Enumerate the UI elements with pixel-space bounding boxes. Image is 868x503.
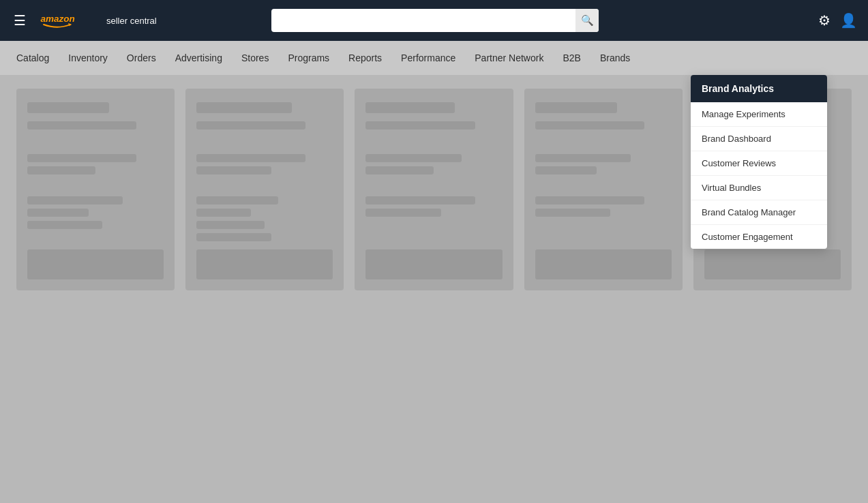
logo[interactable]: amazon seller central <box>40 8 157 33</box>
skel-line <box>196 154 305 162</box>
card-group-2 <box>196 196 333 241</box>
skel-subtitle <box>365 121 475 129</box>
svg-text:amazon: amazon <box>41 14 75 24</box>
card-action-button[interactable] <box>27 249 164 279</box>
skel-subtitle <box>535 121 644 129</box>
brands-dropdown-menu: Brand Analytics Manage Experiments Brand… <box>691 75 827 249</box>
dropdown-item-virtual-bundles[interactable]: Virtual Bundles <box>691 176 827 200</box>
top-navigation: ☰ amazon seller central 🔍 ⚙ 👤 <box>0 0 868 41</box>
search-button[interactable]: 🔍 <box>575 9 599 32</box>
nav-item-performance[interactable]: Performance <box>401 50 455 66</box>
skel-title <box>196 102 292 113</box>
card-group-2 <box>27 196 164 229</box>
amazon-logo-svg: amazon <box>40 8 101 33</box>
skel-title <box>365 102 454 113</box>
skel-line <box>196 233 271 241</box>
logo-text: seller central <box>106 16 157 26</box>
dropdown-item-brand-catalog-manager[interactable]: Brand Catalog Manager <box>691 200 827 225</box>
card-1 <box>16 89 175 290</box>
dropdown-header-brand-analytics[interactable]: Brand Analytics <box>691 75 827 102</box>
skel-line <box>27 196 123 204</box>
user-icon[interactable]: 👤 <box>840 12 857 29</box>
skel-line <box>535 154 631 162</box>
skel-line <box>365 209 440 217</box>
search-input[interactable] <box>271 9 599 32</box>
card-group-1 <box>27 154 164 174</box>
skel-line <box>196 196 278 204</box>
skel-title <box>535 102 617 113</box>
skel-subtitle <box>196 121 305 129</box>
nav-item-catalog[interactable]: Catalog <box>16 50 49 66</box>
card-2 <box>185 89 344 290</box>
nav-item-programs[interactable]: Programs <box>288 50 329 66</box>
skel-subtitle <box>27 121 136 129</box>
nav-item-brands[interactable]: Brands <box>600 50 630 66</box>
dropdown-item-manage-experiments[interactable]: Manage Experiments <box>691 102 827 127</box>
card-group-1 <box>196 154 333 174</box>
skel-line <box>365 196 475 204</box>
nav-item-partner-network[interactable]: Partner Network <box>475 50 543 66</box>
hamburger-menu[interactable]: ☰ <box>11 10 29 31</box>
card-4 <box>524 89 683 290</box>
secondary-navigation: Catalog Inventory Orders Advertising Sto… <box>0 41 868 75</box>
skel-title <box>27 102 109 113</box>
skel-line <box>196 209 251 217</box>
nav-item-reports[interactable]: Reports <box>348 50 382 66</box>
card-action-button[interactable] <box>365 249 502 279</box>
skel-line <box>535 209 610 217</box>
skel-line <box>196 166 271 174</box>
skel-line <box>196 221 265 229</box>
nav-item-orders[interactable]: Orders <box>127 50 156 66</box>
nav-item-inventory[interactable]: Inventory <box>68 50 108 66</box>
skel-line <box>365 166 434 174</box>
card-action-button[interactable] <box>196 249 333 279</box>
nav-item-advertising[interactable]: Advertising <box>175 50 222 66</box>
settings-icon[interactable]: ⚙ <box>818 12 830 29</box>
skel-line <box>535 166 597 174</box>
skel-line <box>535 196 644 204</box>
search-icon: 🔍 <box>581 14 594 27</box>
search-bar: 🔍 <box>271 9 599 32</box>
dropdown-item-brand-dashboard[interactable]: Brand Dashboard <box>691 127 827 151</box>
card-group-2 <box>535 196 672 217</box>
dropdown-item-customer-engagement[interactable]: Customer Engagement <box>691 225 827 249</box>
card-3 <box>355 89 513 290</box>
card-group-1 <box>535 154 672 174</box>
skel-line <box>27 154 136 162</box>
skel-line <box>365 154 461 162</box>
card-group-1 <box>365 154 502 174</box>
card-action-button[interactable] <box>535 249 672 279</box>
skel-line <box>27 166 95 174</box>
nav-icons: ⚙ 👤 <box>818 12 857 29</box>
skel-line <box>27 221 102 229</box>
card-action-button[interactable] <box>704 249 841 279</box>
skel-line <box>27 209 89 217</box>
nav-item-stores[interactable]: Stores <box>241 50 269 66</box>
dropdown-item-customer-reviews[interactable]: Customer Reviews <box>691 151 827 176</box>
card-group-2 <box>365 196 502 217</box>
nav-item-b2b[interactable]: B2B <box>563 50 580 66</box>
